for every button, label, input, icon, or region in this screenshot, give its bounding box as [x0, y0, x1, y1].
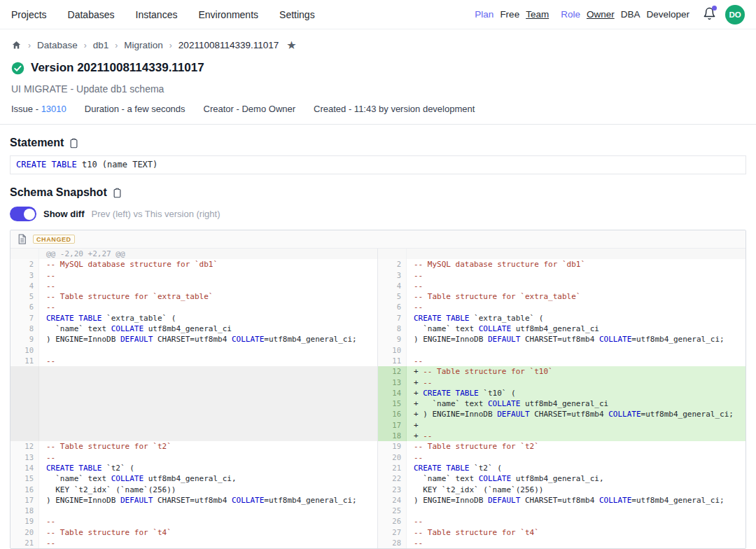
code-line: ) ENGINE=InnoDB DEFAULT CHARSET=utf8mb4 …: [407, 334, 746, 345]
diff-left-row: [10, 420, 377, 431]
line-number: 7: [10, 313, 39, 324]
diff-right-row-10: 10: [378, 345, 746, 356]
nav-item-environments[interactable]: Environments: [198, 9, 258, 20]
nav-item-databases[interactable]: Databases: [68, 9, 115, 20]
snapshot-heading: Schema Snapshot: [10, 186, 107, 199]
show-diff-toggle[interactable]: [10, 207, 36, 221]
code-line: ) ENGINE=InnoDB DEFAULT CHARSET=utf8mb4 …: [407, 495, 746, 506]
notification-bell-icon[interactable]: [703, 7, 716, 22]
role-developer: Developer: [646, 9, 690, 20]
diff-left-row: [10, 366, 377, 377]
code-line: [39, 377, 377, 388]
code-line: `name` text COLLATE utf8mb4_general_ci,: [407, 473, 746, 484]
diff-left-row-14: 14CREATE TABLE `t2` (: [10, 463, 377, 473]
code-line: KEY `t2_idx` (`name`(256)): [407, 485, 746, 495]
diff-right-row-28: 28--: [378, 538, 746, 548]
line-number: [10, 249, 39, 259]
breadcrumb-item[interactable]: 20211008114339.11017: [178, 40, 279, 50]
copy-snapshot-icon[interactable]: [112, 188, 122, 198]
statement-code-block[interactable]: CREATE TABLE t10 (name TEXT): [10, 155, 746, 174]
line-number: 9: [10, 334, 39, 345]
diff-left-row-5: 5-- Table structure for `extra_table`: [10, 291, 377, 302]
diff-right-row-14: 14+ CREATE TABLE `t10` (: [378, 388, 746, 398]
diff-left-row: [10, 409, 377, 419]
code-line: ) ENGINE=InnoDB DEFAULT CHARSET=utf8mb4 …: [39, 334, 377, 345]
star-icon[interactable]: ★: [286, 39, 296, 52]
breadcrumb: ›Database›db1›Migration›20211008114339.1…: [0, 29, 756, 56]
line-number: 26: [378, 516, 407, 527]
diff-left-row-9: 9) ENGINE=InnoDB DEFAULT CHARSET=utf8mb4…: [10, 334, 377, 345]
line-number: 16: [378, 409, 407, 419]
line-number: 5: [378, 291, 407, 302]
section-divider: [0, 124, 756, 125]
diff-left-row-18: 18: [10, 506, 377, 516]
top-nav: ProjectsDatabasesInstancesEnvironmentsSe…: [0, 0, 756, 29]
line-number: 14: [10, 463, 39, 473]
line-number: [378, 249, 407, 259]
line-number: 10: [10, 345, 39, 356]
line-number: [10, 388, 39, 398]
line-number: 8: [10, 324, 39, 334]
line-number: 12: [378, 366, 407, 377]
code-line: --: [39, 302, 377, 312]
line-number: 9: [378, 334, 407, 345]
code-line: --: [39, 538, 377, 548]
breadcrumb-item[interactable]: Database: [37, 40, 78, 50]
role-owner-link[interactable]: Owner: [587, 9, 615, 20]
line-number: 4: [10, 281, 39, 291]
version-header: Version 20211008114339.11017: [0, 56, 756, 75]
code-line: --: [39, 452, 377, 463]
code-line: -- Table structure for `t2`: [39, 441, 377, 452]
show-diff-label: Show diff: [43, 209, 85, 219]
diff-right-row-17: 17+: [378, 420, 746, 431]
code-line: [39, 420, 377, 431]
diff-left-row-17: 17) ENGINE=InnoDB DEFAULT CHARSET=utf8mb…: [10, 495, 377, 506]
line-number: 8: [378, 324, 407, 334]
schema-diff-viewer: CHANGED @@ -2,20 +2,27 @@2-- MySQL datab…: [10, 230, 746, 549]
avatar[interactable]: DO: [725, 5, 745, 25]
code-line: + -- Table structure for `t10`: [407, 366, 746, 377]
line-number: 27: [378, 527, 407, 538]
code-line: @@ -2,20 +2,27 @@: [39, 249, 377, 259]
nav-item-projects[interactable]: Projects: [11, 9, 47, 20]
code-line: [39, 398, 377, 409]
line-number: 16: [10, 485, 39, 495]
plan-label: Plan: [475, 9, 493, 20]
diff-left-row-8: 8 `name` text COLLATE utf8mb4_general_ci: [10, 324, 377, 334]
nav-item-instances[interactable]: Instances: [136, 9, 178, 20]
diff-right-row-23: 23 KEY `t2_idx` (`name`(256)): [378, 485, 746, 495]
diff-right-row-27: 27-- Table structure for `t4`: [378, 527, 746, 538]
diff-right-row-7: 7CREATE TABLE `extra_table` (: [378, 313, 746, 324]
diff-right-row: [378, 249, 746, 259]
home-icon[interactable]: [11, 40, 22, 50]
diff-right-row-19: 19-- Table structure for `t2`: [378, 441, 746, 452]
code-line: -- Table structure for `t2`: [407, 441, 746, 452]
line-number: 19: [10, 516, 39, 527]
breadcrumb-item[interactable]: Migration: [124, 40, 163, 50]
diff-left-row-10: 10: [10, 345, 377, 356]
diff-right-column[interactable]: 2-- MySQL database structure for `db1`3-…: [378, 249, 746, 548]
diff-left-column[interactable]: @@ -2,20 +2,27 @@2-- MySQL database stru…: [10, 249, 378, 548]
line-number: 12: [10, 441, 39, 452]
line-number: 20: [10, 527, 39, 538]
issue-link[interactable]: 13010: [41, 104, 66, 114]
code-line: -- Table structure for `t4`: [407, 527, 746, 538]
version-meta-item: Created - 11:43 by version development: [314, 104, 475, 114]
diff-right-row-26: 26--: [378, 516, 746, 527]
line-number: 21: [378, 463, 407, 473]
plan-upgrade-link[interactable]: Team: [526, 9, 549, 20]
diff-left-row-3: 3--: [10, 270, 377, 281]
nav-item-settings[interactable]: Settings: [279, 9, 315, 20]
diff-left-row-20: 20-- Table structure for `t4`: [10, 527, 377, 538]
code-line: --: [407, 302, 746, 312]
code-line: [39, 366, 377, 377]
role-dba: DBA: [621, 9, 640, 20]
code-line: + `name` text COLLATE utf8mb4_general_ci: [407, 398, 746, 409]
copy-statement-icon[interactable]: [69, 138, 79, 148]
line-number: [10, 377, 39, 388]
breadcrumb-item[interactable]: db1: [93, 40, 109, 50]
changed-badge: CHANGED: [33, 235, 75, 244]
diff-left-row-21: 21--: [10, 538, 377, 548]
statement-heading: Statement: [10, 137, 64, 149]
code-line: `name` text COLLATE utf8mb4_general_ci: [407, 324, 746, 334]
